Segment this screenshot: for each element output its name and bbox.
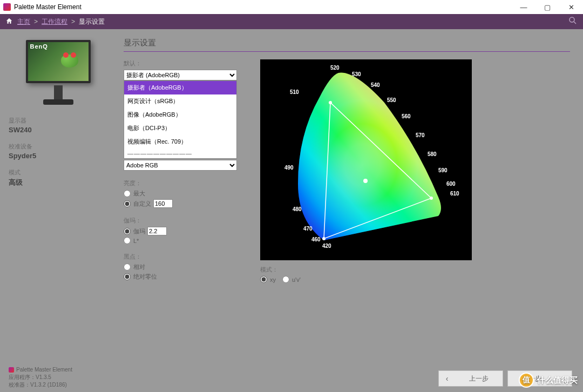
sidebar: BenQ 显示器 SW240 校准设备 Spyder5 模式 高级: [0, 29, 111, 392]
brightness-max-radio[interactable]: [124, 190, 131, 197]
breadcrumb-current: 显示设置: [79, 17, 105, 26]
watermark-badge-icon: 值: [519, 373, 534, 388]
blackpoint-relative-label: 相对: [133, 263, 145, 271]
app-icon: [3, 3, 11, 11]
svg-point-0: [570, 17, 574, 22]
monitor-value: SW240: [9, 126, 102, 134]
footer-appver: 应用程序：V1.3.5: [9, 374, 72, 381]
settings-column: 默认： 摄影者 (AdobeRGB) 摄影者（AdobeRGB） 网页设计（sR…: [124, 59, 245, 283]
chromaticity-column: 520 530 540 550 560 570 580 590 600 610 …: [260, 59, 472, 283]
preset-option[interactable]: 图像（AdobeRGB）: [124, 108, 236, 121]
blackpoint-label: 黑点：: [124, 253, 245, 261]
breadcrumb-workflow[interactable]: 工作流程: [42, 17, 67, 26]
device-value: Spyder5: [9, 152, 102, 160]
preset-option[interactable]: 摄影者（AdobeRGB）: [124, 81, 236, 94]
preset-dropdown-list: 摄影者（AdobeRGB） 网页设计（sRGB） 图像（AdobeRGB） 电影…: [124, 80, 237, 159]
monitor-label: 显示器: [9, 117, 102, 125]
home-icon[interactable]: [5, 17, 13, 26]
window-controls: — ▢ ✕: [512, 0, 583, 14]
search-icon[interactable]: [568, 16, 578, 28]
breadcrumb: 主页 > 工作流程 > 显示设置: [0, 14, 583, 29]
content-pane: 显示设置 默认： 摄影者 (AdobeRGB) 摄影者（AdobeRGB） 网页…: [111, 29, 583, 392]
preset-divider: ——————————: [124, 148, 236, 158]
monitor-brand: BenQ: [30, 43, 48, 50]
page-title: 显示设置: [124, 38, 570, 48]
preset-label: 默认：: [124, 59, 245, 67]
breadcrumb-sep: >: [71, 18, 75, 25]
window-title: Palette Master Element: [14, 3, 82, 11]
breadcrumb-sep: >: [34, 18, 38, 25]
chevron-left-icon: ‹: [439, 374, 455, 383]
window-titlebar: Palette Master Element — ▢ ✕: [0, 0, 583, 14]
footer-calver: 校准器：V1.3.2 (1D186): [9, 381, 72, 389]
gamma-lstar-radio[interactable]: [124, 237, 131, 244]
mode-xy-label: xy: [270, 276, 276, 283]
svg-point-3: [430, 197, 433, 200]
preset-option[interactable]: 网页设计（sRGB）: [124, 94, 236, 108]
brightness-custom-radio[interactable]: [124, 200, 131, 207]
prev-button[interactable]: ‹ 上一步: [438, 370, 503, 387]
brightness-label: 亮度：: [124, 179, 245, 187]
monitor-image: BenQ: [15, 36, 96, 106]
blackpoint-absolute-label: 绝对零位: [133, 273, 157, 281]
chromaticity-diagram: 520 530 540 550 560 570 580 590 600 610 …: [260, 59, 472, 260]
mode-xy-radio[interactable]: [260, 276, 267, 283]
breadcrumb-home[interactable]: 主页: [17, 17, 30, 26]
gamma-gamma-radio[interactable]: [124, 228, 131, 235]
gamma-value-input[interactable]: [147, 227, 167, 235]
gamma-lstar-label: L*: [133, 238, 139, 244]
watermark: 值 什么值得买: [519, 373, 578, 388]
chart-mode-label: 模式：: [260, 266, 472, 274]
maximize-button[interactable]: ▢: [535, 0, 559, 14]
blackpoint-relative-radio[interactable]: [124, 263, 131, 271]
svg-point-5: [322, 237, 326, 240]
svg-point-4: [329, 101, 332, 104]
svg-point-6: [363, 179, 368, 183]
svg-line-1: [574, 22, 576, 24]
divider: [124, 51, 570, 52]
close-button[interactable]: ✕: [559, 0, 583, 14]
preset-option[interactable]: 电影（DCI-P3）: [124, 121, 236, 135]
watermark-text: 什么值得买: [537, 375, 578, 386]
device-label: 校准设备: [9, 143, 102, 151]
gamma-gamma-label: 伽玛: [133, 227, 145, 235]
gamma-label: 伽玛：: [124, 217, 245, 225]
prev-label: 上一步: [455, 374, 503, 383]
brightness-custom-label: 自定义: [133, 200, 151, 208]
mode-value: 高级: [9, 178, 102, 187]
mode-uv-label: u'v': [292, 276, 301, 283]
footer-app-icon: [9, 367, 14, 373]
brightness-custom-input[interactable]: [153, 199, 173, 208]
footer-appname: Palette Master Element: [16, 367, 72, 373]
preset-option[interactable]: 视频编辑（Rec. 709）: [124, 135, 236, 148]
mode-label: 模式: [9, 168, 102, 177]
blackpoint-absolute-radio[interactable]: [124, 273, 131, 280]
footer-info: Palette Master Element 应用程序：V1.3.5 校准器：V…: [9, 366, 72, 389]
brightness-max-label: 最大: [133, 190, 145, 198]
preset-select[interactable]: 摄影者 (AdobeRGB): [124, 70, 237, 80]
colorspace-select[interactable]: Adobe RGB: [124, 160, 237, 171]
mode-uv-radio[interactable]: [282, 276, 289, 283]
minimize-button[interactable]: —: [512, 0, 535, 14]
